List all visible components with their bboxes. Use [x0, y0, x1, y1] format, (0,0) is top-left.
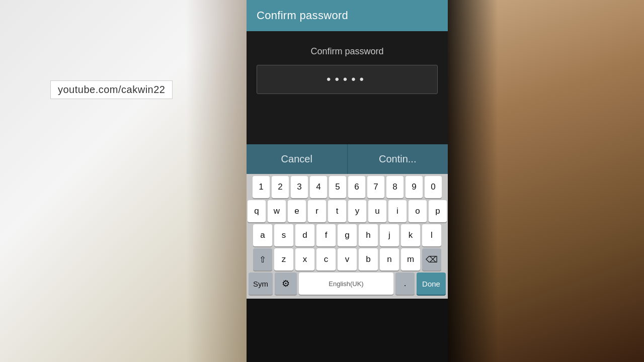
key-p[interactable]: p [429, 200, 447, 222]
key-a[interactable]: a [253, 224, 272, 246]
zxcv-row: ⇧ z x c v b n m ⌫ [248, 248, 447, 270]
keyboard: 1 2 3 4 5 6 7 8 9 0 q w e r t y u i [247, 174, 448, 299]
bottom-bar: Sym ⚙ English(UK) . Done [248, 273, 447, 297]
key-k[interactable]: k [401, 224, 420, 246]
password-field[interactable]: ••••• [257, 65, 438, 94]
key-6[interactable]: 6 [348, 176, 365, 198]
key-m[interactable]: m [401, 248, 420, 270]
spacebar-key[interactable]: English(UK) [299, 273, 393, 295]
key-w[interactable]: w [268, 200, 286, 222]
asdf-row: a s d f g h j k l [248, 224, 447, 246]
key-x[interactable]: x [295, 248, 314, 270]
key-z[interactable]: z [274, 248, 293, 270]
gear-key[interactable]: ⚙ [275, 273, 297, 295]
key-o[interactable]: o [409, 200, 427, 222]
key-4[interactable]: 4 [310, 176, 327, 198]
left-panel: youtube.com/cakwin22 [0, 0, 247, 362]
key-v[interactable]: v [338, 248, 357, 270]
key-i[interactable]: i [388, 200, 407, 222]
key-s[interactable]: s [274, 224, 293, 246]
key-9[interactable]: 9 [406, 176, 423, 198]
key-d[interactable]: d [295, 224, 314, 246]
dialog-title-bar: Confirm password [247, 0, 448, 31]
dot-key[interactable]: . [395, 273, 415, 295]
shift-key[interactable]: ⇧ [253, 248, 272, 270]
key-c[interactable]: c [316, 248, 336, 270]
key-0[interactable]: 0 [425, 176, 442, 198]
continue-button[interactable]: Contin... [348, 144, 448, 174]
key-2[interactable]: 2 [272, 176, 289, 198]
cancel-button[interactable]: Cancel [247, 144, 348, 174]
phone-body: Confirm password Confirm password ••••• … [247, 0, 448, 362]
key-n[interactable]: n [380, 248, 399, 270]
dialog-title: Confirm password [257, 9, 348, 22]
right-panel [448, 0, 644, 362]
key-g[interactable]: g [338, 224, 357, 246]
key-3[interactable]: 3 [291, 176, 308, 198]
number-row: 1 2 3 4 5 6 7 8 9 0 [248, 176, 447, 198]
key-5[interactable]: 5 [329, 176, 346, 198]
phone-wrapper: Confirm password Confirm password ••••• … [247, 0, 448, 362]
dialog-spacer [247, 104, 448, 144]
key-8[interactable]: 8 [386, 176, 404, 198]
key-j[interactable]: j [380, 224, 399, 246]
key-b[interactable]: b [359, 248, 378, 270]
backspace-key[interactable]: ⌫ [422, 248, 441, 270]
key-y[interactable]: y [348, 200, 366, 222]
watermark: youtube.com/cakwin22 [50, 80, 173, 99]
key-t[interactable]: t [328, 200, 346, 222]
dialog-content: Confirm password ••••• [247, 31, 448, 104]
qwerty-row: q w e r t y u i o p [248, 200, 447, 222]
done-key[interactable]: Done [417, 273, 446, 295]
sym-key[interactable]: Sym [249, 273, 273, 295]
key-q[interactable]: q [248, 200, 266, 222]
key-1[interactable]: 1 [253, 176, 270, 198]
key-7[interactable]: 7 [367, 176, 384, 198]
key-h[interactable]: h [359, 224, 378, 246]
dialog-label: Confirm password [257, 46, 438, 57]
key-l[interactable]: l [422, 224, 441, 246]
key-u[interactable]: u [368, 200, 386, 222]
action-bar: Cancel Contin... [247, 144, 448, 174]
key-f[interactable]: f [316, 224, 336, 246]
key-r[interactable]: r [308, 200, 326, 222]
key-e[interactable]: e [288, 200, 306, 222]
